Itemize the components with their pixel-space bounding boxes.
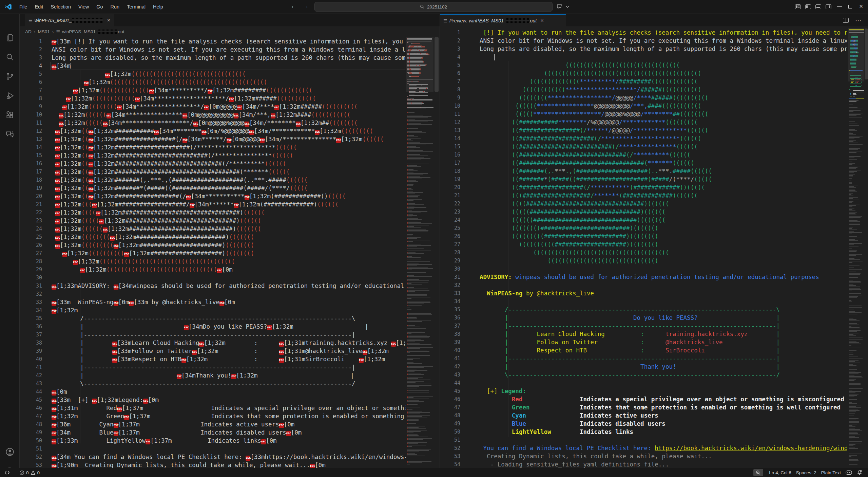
escape-char-badge: ESC xyxy=(359,358,364,363)
chevron-down-icon[interactable] xyxy=(566,5,569,8)
code-line: ESC[1;33mADVISORY: ESC[34mwinpeas should… xyxy=(52,282,406,290)
customize-layout-icon[interactable] xyxy=(795,4,801,9)
tab-title: winPEAS_MS01_ xyxy=(35,18,72,23)
left-scrollbar[interactable] xyxy=(435,37,439,92)
code-line: ESC[1;32m((ESC[1;32m####################… xyxy=(52,143,406,151)
search-value: 20251102 xyxy=(427,4,447,10)
escape-char-badge: ESC xyxy=(92,203,97,208)
indent-guide xyxy=(66,70,66,443)
escape-char-badge: ESC xyxy=(208,89,212,94)
code-line xyxy=(52,290,406,298)
search-icon[interactable] xyxy=(4,51,16,63)
errors-icon xyxy=(19,470,24,475)
escape-char-badge: ESC xyxy=(55,236,60,241)
split-editor-icon[interactable] xyxy=(843,18,849,23)
explorer-icon[interactable] xyxy=(4,32,16,44)
preview-scrollbar[interactable] xyxy=(865,29,868,79)
toggle-secondary-sidebar-icon[interactable] xyxy=(826,4,831,9)
left-minimap[interactable] xyxy=(406,37,433,467)
escape-char-badge: ESC xyxy=(114,431,118,436)
close-tab-icon[interactable]: × xyxy=(540,17,544,24)
language-mode[interactable]: Plain Text xyxy=(819,468,843,477)
tab-winpeas-preview[interactable]: ☰ Preview: winPEAS_MS01_.out × xyxy=(440,14,566,27)
escape-char-badge: ESC xyxy=(55,162,60,167)
more-actions-icon[interactable]: ⋯ xyxy=(855,17,862,24)
command-center-search[interactable]: 20251102 xyxy=(314,2,553,12)
problems-indicator[interactable]: 0 0 xyxy=(17,468,42,477)
zoom-indicator[interactable] xyxy=(753,469,763,476)
tab-winpeas-raw[interactable]: ☰ winPEAS_MS01_ × xyxy=(25,14,114,27)
close-tab-icon[interactable]: × xyxy=(107,17,110,24)
source-control-icon[interactable] xyxy=(4,70,16,82)
back-arrow-icon[interactable]: ← xyxy=(289,2,298,10)
code-line: ESC[1;32m((ESC[1;32m#######*(#####((####… xyxy=(52,184,406,192)
code-line: ESC[1;32m((((ESC[1;32m##################… xyxy=(52,208,406,217)
escape-char-badge: ESC xyxy=(279,358,284,363)
code-line: ESC[1;32m((((((ESC[1;32m################… xyxy=(52,225,406,233)
code-line: ESC[1;32m((((((ESC[34m****************ES… xyxy=(52,111,406,119)
code-line: | Respect on HTB : SirBroccoli | xyxy=(480,346,847,354)
menu-edit[interactable]: Edit xyxy=(31,0,47,14)
code-line: ESC[33m WinPEAS-ngESC[0mESC[33m by @hack… xyxy=(52,298,406,306)
escape-char-badge: ESC xyxy=(110,236,115,241)
code-line: [+] Legend: xyxy=(480,387,847,395)
code-line: ESC[1;32m((((((((ESC[1;32m##############… xyxy=(52,233,406,241)
account-icon[interactable] xyxy=(4,446,16,458)
notifications[interactable] xyxy=(854,468,865,477)
escape-char-badge: ESC xyxy=(391,342,396,347)
escape-char-badge: ESC xyxy=(52,456,56,461)
remote-indicator[interactable] xyxy=(2,468,12,477)
code-line: ESC[1;32m(((((((((((((((((((((((((((((((… xyxy=(52,265,406,274)
minimap-viewport[interactable] xyxy=(848,28,864,81)
forward-arrow-icon[interactable]: → xyxy=(301,2,310,10)
menu-terminal[interactable]: Terminal xyxy=(123,0,149,14)
indentation-setting[interactable]: Spaces: 2 xyxy=(794,468,819,477)
escape-char-badge: ESC xyxy=(249,130,254,135)
toggle-panel-icon[interactable] xyxy=(815,4,821,9)
status-bar: 0 0 Ln 4, Col 6 Spaces: 2 Plain Text xyxy=(0,468,868,477)
code-line: ((((((((((((((((((((((((((((((((((((((((… xyxy=(480,69,847,77)
code-line: Long paths are disabled, so the maximum … xyxy=(480,45,847,53)
extensions-icon[interactable] xyxy=(4,109,16,121)
chat-icon[interactable] xyxy=(4,128,16,141)
raw-editor-content[interactable]: ESC[33m [!] If you want to run the file … xyxy=(52,37,406,468)
escape-char-badge: ESC xyxy=(186,195,191,200)
menu-view[interactable]: View xyxy=(75,0,93,14)
code-line: ((#################(/******/@@@@@/******… xyxy=(480,126,847,134)
breadcrumb-item[interactable]: MS01 xyxy=(38,29,50,34)
escape-char-badge: ESC xyxy=(192,350,197,355)
escape-char-badge: ESC xyxy=(62,252,67,257)
copilot-status[interactable] xyxy=(843,468,854,477)
code-line: | Do you like PEASS? | xyxy=(480,314,847,322)
toggle-primary-sidebar-icon[interactable] xyxy=(805,4,811,9)
menu-help[interactable]: Help xyxy=(149,0,167,14)
indent-guide xyxy=(80,70,80,443)
code-line: ((###################################(**… xyxy=(480,159,847,167)
zoom-icon xyxy=(756,470,761,475)
code-line: |---------------------------------------… xyxy=(480,322,847,330)
copilot-chat-icon[interactable] xyxy=(557,4,563,10)
breadcrumb-file[interactable]: winPEAS_MS01_out xyxy=(62,29,124,34)
code-line: ESC[36m CyanESC[1;37m Indicates active u… xyxy=(52,420,406,428)
text-cursor xyxy=(494,54,495,60)
menu-run[interactable]: Run xyxy=(107,0,123,14)
code-line: You can find a Windows local PE Checklis… xyxy=(480,444,847,452)
preview-minimap[interactable] xyxy=(848,28,864,468)
cursor-position[interactable]: Ln 4, Col 6 xyxy=(767,468,793,477)
escape-char-badge: ESC xyxy=(112,358,117,363)
escape-char-badge: ESC xyxy=(279,423,284,428)
breadcrumb-item[interactable]: AD xyxy=(25,29,32,34)
ansi-preview-content[interactable]: [!] If you want to run the file analysis… xyxy=(480,29,847,468)
minimap-viewport[interactable] xyxy=(406,37,433,92)
code-line: |---------------------------------------… xyxy=(480,354,847,363)
code-line: ESC[1;32m((ESC[1;32m##################(/… xyxy=(52,192,406,200)
restore-icon[interactable] xyxy=(848,5,852,8)
menu-selection[interactable]: Selection xyxy=(47,0,75,14)
close-icon[interactable]: × xyxy=(859,3,863,10)
minimize-icon[interactable] xyxy=(837,6,842,7)
escape-char-badge: ESC xyxy=(124,252,129,257)
menu-file[interactable]: File xyxy=(16,0,31,14)
menu-go[interactable]: Go xyxy=(93,0,107,14)
code-line xyxy=(480,379,847,387)
run-debug-icon[interactable] xyxy=(4,90,16,102)
